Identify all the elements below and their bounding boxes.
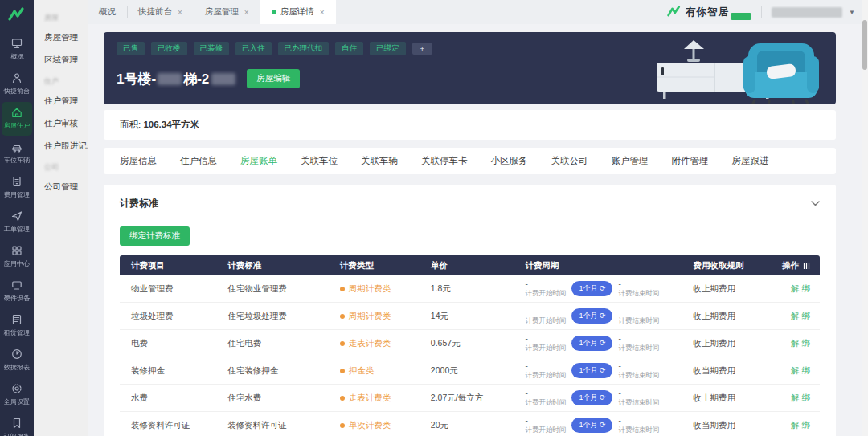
- tabbar-right: 有你智居 ▼: [666, 0, 868, 24]
- unbind-link[interactable]: 解 绑: [791, 311, 810, 320]
- sidebar-item-全局设置[interactable]: 全局设置: [2, 378, 32, 412]
- sidebar-item-费用管理[interactable]: 费用管理: [2, 171, 32, 205]
- sidebar-item-工单管理[interactable]: 工单管理: [2, 206, 32, 239]
- sidebar-item-label: 租赁管理: [4, 328, 30, 337]
- detail-tab-房屋账单[interactable]: 房屋账单: [240, 155, 277, 167]
- sidebar-item-label: 费用管理: [4, 190, 30, 199]
- billing-table-header: 计费项目 计费标准 计费类型 单价 计费周期 费用收取规则 操作: [120, 255, 820, 275]
- cell-item: 垃圾处理费: [120, 311, 221, 322]
- secondary-sidebar: 房屋房屋管理区域管理住户住户管理住户审核住户跟进记录公司公司管理: [34, 0, 88, 436]
- sidebar-item-硬件设备[interactable]: 硬件设备: [2, 275, 32, 308]
- house-icon: [10, 106, 23, 119]
- cell-period: -计费开始时间1个月 ⟳-计费结束时间: [518, 334, 686, 352]
- table-row: 装修资料许可证装修资料许可证单次计费类20元-计费开始时间1个月 ⟳-计费结束时…: [120, 412, 820, 436]
- detail-tab-关联公司[interactable]: 关联公司: [551, 155, 588, 167]
- cell-standard: 住宅垃圾处理费: [221, 311, 333, 322]
- cell-rule: 收当期费用: [686, 420, 771, 431]
- type-dot-icon: [340, 314, 345, 319]
- tab-房屋详情[interactable]: 房屋详情×: [260, 0, 336, 24]
- chevron-down-icon[interactable]: ▼: [849, 9, 855, 16]
- type-dot-icon: [340, 369, 345, 373]
- redacted-text: [211, 73, 235, 85]
- detail-tab-账户管理[interactable]: 账户管理: [612, 155, 649, 167]
- bind-billing-standard-button[interactable]: 绑定计费标准: [120, 226, 190, 246]
- header-standard: 计费标准: [221, 260, 333, 271]
- submenu-item-住户跟进记录[interactable]: 住户跟进记录: [34, 135, 88, 157]
- cell-item: 装修押金: [120, 365, 221, 377]
- detail-tab-附件管理[interactable]: 附件管理: [672, 155, 709, 167]
- cell-actions: 解 绑: [771, 311, 820, 322]
- detail-tab-住户信息[interactable]: 住户信息: [180, 155, 217, 167]
- table-row: 物业管理费住宅物业管理费周期计费类1.8元-计费开始时间1个月 ⟳-计费结束时间…: [120, 275, 820, 303]
- close-icon[interactable]: ×: [320, 8, 325, 17]
- app-logo-icon[interactable]: [7, 0, 27, 32]
- sidebar-item-数据报表[interactable]: 数据报表: [2, 344, 32, 377]
- cell-standard: 住宅物业管理费: [221, 283, 333, 295]
- open-tabs-bar: 概况快捷前台×房屋管理×房屋详情× 有你智居 ▼: [88, 0, 868, 24]
- submenu-item-公司管理[interactable]: 公司管理: [34, 176, 88, 198]
- cell-price: 0.657元: [424, 338, 519, 349]
- more-tags-button[interactable]: +: [412, 43, 433, 55]
- sidebar-item-订阅服务[interactable]: 订阅服务: [2, 413, 32, 436]
- user-name-redacted[interactable]: [772, 7, 842, 18]
- detail-tab-关联停车卡[interactable]: 关联停车卡: [421, 155, 468, 167]
- cell-actions: 解 绑: [771, 420, 820, 431]
- submenu-item-住户管理[interactable]: 住户管理: [34, 90, 88, 112]
- column-settings-icon[interactable]: [803, 262, 810, 270]
- period-pill-button[interactable]: 1个月 ⟳: [571, 336, 612, 351]
- table-row: 装修押金住宅装修押金押金类2000元-计费开始时间1个月 ⟳-计费结束时间收当期…: [120, 357, 820, 385]
- period-pill-button[interactable]: 1个月 ⟳: [571, 308, 612, 324]
- sidebar-item-应用中心[interactable]: 应用中心: [2, 240, 32, 274]
- billing-table-body: 物业管理费住宅物业管理费周期计费类1.8元-计费开始时间1个月 ⟳-计费结束时间…: [120, 275, 820, 436]
- lease-icon: [10, 313, 23, 326]
- sidebar-item-概况[interactable]: 概况: [2, 33, 32, 67]
- close-icon[interactable]: ×: [178, 8, 182, 17]
- primary-sidebar: 概况快捷前台房屋住户车位车辆费用管理工单管理应用中心硬件设备租赁管理数据报表全局…: [0, 0, 34, 436]
- table-row: 电费住宅电费走表计费类0.657元-计费开始时间1个月 ⟳-计费结束时间收上期费…: [120, 330, 820, 357]
- tab-房屋管理[interactable]: 房屋管理×: [194, 0, 260, 24]
- sidebar-item-房屋住户[interactable]: 房屋住户: [2, 102, 32, 136]
- unbind-link[interactable]: 解 绑: [791, 338, 810, 348]
- tab-label: 房屋管理: [205, 6, 239, 18]
- detail-tab-关联车辆[interactable]: 关联车辆: [361, 155, 398, 167]
- house-title: 1号楼-梯-2: [117, 70, 235, 88]
- submenu-item-区域管理[interactable]: 区域管理: [34, 49, 88, 71]
- frontdesk-icon: [10, 71, 23, 84]
- cell-price: 2000元: [424, 365, 519, 377]
- header-type: 计费类型: [334, 260, 424, 271]
- type-dot-icon: [340, 423, 345, 428]
- unbind-link[interactable]: 解 绑: [791, 420, 810, 430]
- period-pill-button[interactable]: 1个月 ⟳: [571, 418, 612, 433]
- scrollbar-thumb[interactable]: [862, 20, 867, 70]
- period-pill-button[interactable]: 1个月 ⟳: [571, 281, 612, 296]
- collapse-chevron-icon[interactable]: [811, 201, 820, 206]
- detail-tab-小区服务[interactable]: 小区服务: [491, 155, 528, 167]
- sidebar-item-租赁管理[interactable]: 租赁管理: [2, 309, 32, 343]
- sidebar-item-快捷前台[interactable]: 快捷前台: [2, 67, 32, 101]
- submenu-item-住户审核[interactable]: 住户审核: [34, 112, 88, 135]
- sidebar-item-车位车辆[interactable]: 车位车辆: [2, 137, 32, 170]
- sidebar-item-label: 快捷前台: [4, 87, 30, 96]
- divider: [761, 6, 762, 18]
- header-item: 计费项目: [120, 260, 221, 271]
- edit-house-button[interactable]: 房屋编辑: [247, 69, 300, 88]
- detail-tab-房屋跟进[interactable]: 房屋跟进: [732, 155, 769, 167]
- cell-type: 押金类: [334, 365, 424, 377]
- detail-tab-关联车位[interactable]: 关联车位: [301, 155, 338, 167]
- sidebar-item-label: 订阅服务: [4, 432, 30, 436]
- cell-standard: 住宅水费: [221, 393, 333, 404]
- page-scrollbar[interactable]: [862, 0, 868, 436]
- cell-price: 20元: [424, 420, 519, 431]
- header-price: 单价: [424, 260, 519, 271]
- close-icon[interactable]: ×: [244, 8, 249, 17]
- unbind-link[interactable]: 解 绑: [791, 393, 810, 402]
- tab-概况[interactable]: 概况: [88, 0, 127, 24]
- tab-快捷前台[interactable]: 快捷前台×: [127, 0, 194, 24]
- workorder-icon: [10, 210, 23, 222]
- detail-tab-房屋信息[interactable]: 房屋信息: [120, 155, 157, 167]
- unbind-link[interactable]: 解 绑: [791, 365, 810, 375]
- unbind-link[interactable]: 解 绑: [791, 283, 810, 293]
- period-pill-button[interactable]: 1个月 ⟳: [571, 390, 612, 405]
- submenu-item-房屋管理[interactable]: 房屋管理: [34, 26, 88, 49]
- period-pill-button[interactable]: 1个月 ⟳: [571, 363, 612, 378]
